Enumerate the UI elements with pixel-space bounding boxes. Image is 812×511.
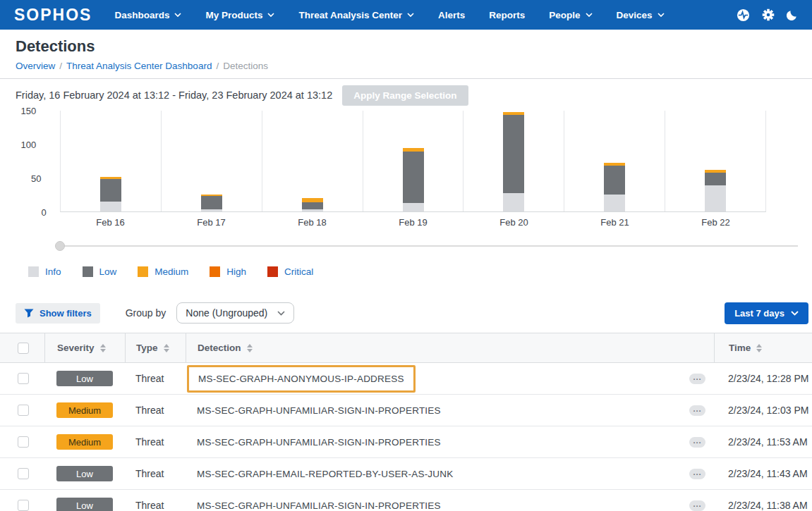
row-checkbox[interactable] — [18, 373, 29, 384]
nav-item-reports[interactable]: Reports — [489, 10, 525, 20]
time-text: 2/23/24, 11:53 AM — [728, 436, 808, 448]
nav-item-alerts[interactable]: Alerts — [438, 10, 465, 20]
row-actions-ellipsis-button[interactable]: ... — [689, 437, 705, 448]
sort-icon — [756, 344, 762, 352]
legend-item-high[interactable]: High — [210, 266, 246, 277]
gear-icon[interactable] — [762, 8, 775, 21]
detection-name[interactable]: MS-SEC-GRAPH-UNFAMILIAR-SIGN-IN-PROPERTI… — [197, 500, 441, 511]
column-header-detection[interactable]: Detection — [198, 343, 253, 353]
moon-icon[interactable] — [787, 9, 798, 20]
chart-range-slider — [60, 241, 798, 251]
nav-item-my-products[interactable]: My Products — [205, 10, 274, 20]
type-text: Threat — [135, 500, 164, 511]
page-title: Detections — [16, 36, 796, 57]
detections-chart: 050100150 Feb 16Feb 17Feb 18Feb 19Feb 20… — [60, 111, 766, 228]
table-row[interactable]: LowThreatMS-SEC-GRAPH-EMAIL-REPORTED-BY-… — [0, 458, 812, 490]
stacked-bar — [403, 148, 424, 211]
detection-cell: MS-SEC-GRAPH-EMAIL-REPORTED-BY-USER-AS-J… — [186, 458, 714, 489]
nav-item-label: Reports — [489, 10, 525, 20]
row-actions-ellipsis-button[interactable]: ... — [689, 469, 705, 479]
time-range-label: Last 7 days — [734, 308, 784, 319]
row-checkbox[interactable] — [18, 405, 29, 416]
bar-segment-low — [201, 196, 222, 209]
chart-bar-group-feb-16 — [61, 111, 162, 211]
bar-segment-info — [100, 202, 121, 211]
time-range-button[interactable]: Last 7 days — [725, 302, 808, 324]
legend-label: Critical — [284, 266, 313, 277]
severity-cell: Medium — [44, 426, 125, 457]
group-by-select[interactable]: None (Ungrouped) — [176, 302, 294, 324]
time-text: 2/23/24, 12:28 PM — [728, 373, 808, 384]
chevron-down-icon — [174, 13, 181, 17]
legend-item-critical[interactable]: Critical — [267, 266, 313, 277]
nav-item-label: Dashboards — [114, 10, 169, 20]
group-by-value: None (Ungrouped) — [186, 307, 267, 319]
filter-funnel-icon — [24, 309, 34, 318]
legend-swatch-icon — [28, 266, 39, 277]
detection-cell: MS-SEC-GRAPH-UNFAMILIAR-SIGN-IN-PROPERTI… — [186, 395, 714, 426]
select-all-checkbox[interactable] — [18, 343, 29, 354]
sort-icon — [164, 344, 169, 352]
legend-label: Low — [99, 266, 117, 277]
detection-name[interactable]: MS-SEC-GRAPH-EMAIL-REPORTED-BY-USER-AS-J… — [197, 469, 453, 479]
severity-badge: Medium — [56, 434, 113, 450]
detection-name-highlighted[interactable]: MS-SEC-GRAPH-ANONYMOUS-IP-ADDRESS — [187, 365, 416, 393]
apply-range-selection-button[interactable]: Apply Range Selection — [342, 85, 468, 106]
breadcrumb-separator: / — [216, 61, 219, 71]
detection-name[interactable]: MS-SEC-GRAPH-UNFAMILIAR-SIGN-IN-PROPERTI… — [197, 405, 441, 416]
row-checkbox-cell — [0, 458, 44, 489]
activity-icon[interactable] — [737, 8, 750, 22]
breadcrumb-tac-dashboard[interactable]: Threat Analysis Center Dashboard — [66, 61, 212, 71]
stacked-bar — [201, 195, 222, 211]
detection-cell: MS-SEC-GRAPH-ANONYMOUS-IP-ADDRESS... — [186, 363, 714, 394]
x-tick-label: Feb 19 — [363, 217, 463, 228]
row-actions-ellipsis-button[interactable]: ... — [689, 500, 705, 511]
row-checkbox[interactable] — [18, 500, 29, 511]
nav-item-people[interactable]: People — [549, 10, 592, 20]
row-checkbox[interactable] — [18, 468, 29, 479]
column-header-severity[interactable]: Severity — [57, 343, 106, 353]
table-row[interactable]: MediumThreatMS-SEC-GRAPH-UNFAMILIAR-SIGN… — [0, 426, 812, 458]
breadcrumb-overview[interactable]: Overview — [16, 61, 55, 71]
severity-cell: Low — [44, 490, 125, 511]
table-row[interactable]: LowThreatMS-SEC-GRAPH-ANONYMOUS-IP-ADDRE… — [0, 363, 812, 395]
legend-label: High — [226, 266, 246, 277]
table-row[interactable]: LowThreatMS-SEC-GRAPH-UNFAMILIAR-SIGN-IN… — [0, 490, 812, 511]
breadcrumb: Overview/Threat Analysis Center Dashboar… — [16, 59, 796, 73]
table-row[interactable]: MediumThreatMS-SEC-GRAPH-UNFAMILIAR-SIGN… — [0, 395, 812, 426]
show-filters-button[interactable]: Show filters — [16, 303, 100, 324]
nav-item-threat-analysis-center[interactable]: Threat Analysis Center — [298, 10, 414, 20]
nav-item-label: Devices — [617, 10, 653, 20]
table-body: LowThreatMS-SEC-GRAPH-ANONYMOUS-IP-ADDRE… — [0, 363, 812, 511]
type-cell: Threat — [125, 490, 186, 511]
severity-badge: Low — [56, 466, 113, 481]
row-actions-ellipsis-button[interactable]: ... — [689, 405, 705, 416]
severity-cell: Low — [44, 458, 125, 489]
row-checkbox[interactable] — [18, 436, 29, 448]
legend-item-medium[interactable]: Medium — [138, 266, 188, 277]
chart-bar-group-feb-21 — [564, 111, 665, 211]
stacked-bar — [604, 163, 625, 211]
legend-item-low[interactable]: Low — [83, 266, 117, 277]
sophos-logo[interactable]: SOPHOS — [14, 6, 92, 25]
filter-toolbar: Show filters Group by None (Ungrouped) L… — [16, 302, 808, 324]
date-range-text: Friday, 16 February 2024 at 13:12 - Frid… — [16, 90, 332, 101]
column-header-type[interactable]: Type — [136, 343, 169, 353]
stacked-bar — [302, 198, 323, 211]
slider-handle-icon[interactable] — [55, 241, 65, 251]
row-actions-ellipsis-button[interactable]: ... — [689, 374, 705, 384]
nav-item-devices[interactable]: Devices — [617, 10, 665, 20]
time-cell: 2/23/24, 11:38 AM — [714, 490, 812, 511]
detection-name[interactable]: MS-SEC-GRAPH-UNFAMILIAR-SIGN-IN-PROPERTI… — [197, 437, 441, 448]
group-by-label: Group by — [126, 307, 166, 319]
bar-segment-info — [705, 185, 726, 211]
legend-item-info[interactable]: Info — [28, 266, 61, 277]
type-cell: Threat — [125, 426, 186, 457]
column-header-time[interactable]: Time — [729, 343, 762, 353]
bar-segment-low — [403, 152, 424, 204]
legend-swatch-icon — [210, 266, 220, 277]
severity-badge: Medium — [56, 402, 113, 418]
nav-item-dashboards[interactable]: Dashboards — [114, 10, 181, 20]
time-cell: 2/23/24, 12:28 PM — [714, 363, 812, 394]
breadcrumb-separator: / — [59, 61, 62, 71]
